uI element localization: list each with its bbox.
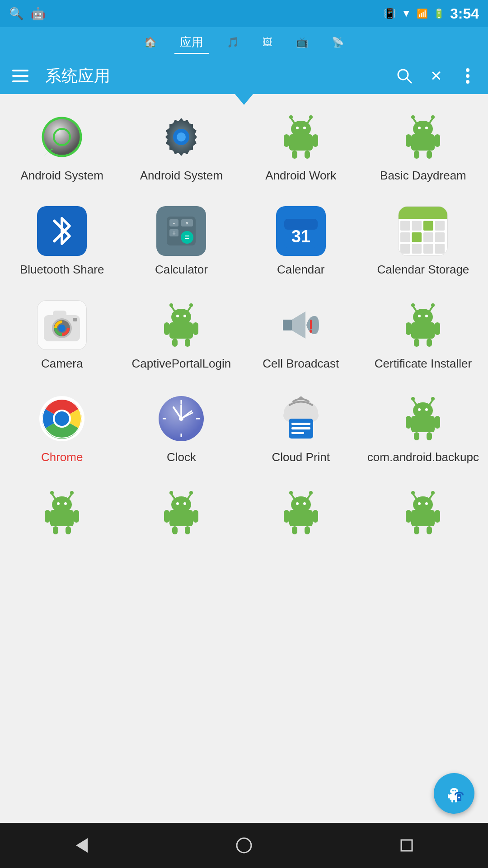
svg-rect-165 xyxy=(284,510,289,523)
app-partial-2[interactable] xyxy=(124,479,239,553)
app-partial-4[interactable] xyxy=(363,479,483,553)
app-clock[interactable]: Clock xyxy=(124,385,239,474)
svg-point-76 xyxy=(176,315,179,317)
svg-point-171 xyxy=(411,491,415,495)
app-icon-calendar-storage xyxy=(398,206,448,256)
svg-text:×: × xyxy=(186,220,189,226)
back-button[interactable] xyxy=(63,827,99,863)
signal-icon: 📶 xyxy=(417,8,428,19)
svg-point-8 xyxy=(43,118,81,156)
tab-video[interactable]: 📺 xyxy=(291,33,314,52)
tab-photo[interactable]: 🖼 xyxy=(257,33,278,52)
svg-point-139 xyxy=(64,502,67,505)
app-name-clock: Clock xyxy=(167,450,196,465)
svg-point-69 xyxy=(58,325,66,332)
svg-rect-21 xyxy=(313,134,318,147)
recents-button[interactable] xyxy=(389,827,425,863)
svg-point-138 xyxy=(57,502,60,505)
app-partial-1[interactable] xyxy=(5,479,119,553)
close-button[interactable]: ✕ xyxy=(425,65,447,87)
svg-rect-23 xyxy=(305,151,310,159)
menu-button[interactable] xyxy=(9,65,32,87)
svg-point-89 xyxy=(411,303,415,307)
app-captive-portal[interactable]: CaptivePortalLogin xyxy=(124,291,239,381)
app-calendar-storage[interactable]: Calendar Storage xyxy=(363,197,483,287)
svg-rect-156 xyxy=(185,526,190,534)
app-android-system-1[interactable]: Android System xyxy=(5,103,119,193)
app-grid: Android System Android System xyxy=(0,94,488,823)
app-basic-daydream[interactable]: Basic Daydream xyxy=(363,103,483,193)
app-cell-broadcast[interactable]: Cell Broadcast xyxy=(244,291,358,381)
svg-rect-117 xyxy=(291,423,310,425)
wifi-icon: ▼ xyxy=(401,8,411,19)
app-calculator[interactable]: - × + = Calculator xyxy=(124,197,239,287)
app-chrome[interactable]: Chrome xyxy=(5,385,119,474)
app-icon-basic-daydream xyxy=(398,112,448,162)
app-icon-partial-4 xyxy=(398,488,448,538)
app-name-calculator: Calculator xyxy=(155,262,208,278)
svg-marker-191 xyxy=(76,838,88,853)
svg-rect-31 xyxy=(411,134,435,151)
app-partial-3[interactable] xyxy=(244,479,358,553)
svg-rect-154 xyxy=(193,510,198,523)
svg-point-92 xyxy=(418,315,421,317)
svg-point-183 xyxy=(455,790,456,792)
svg-rect-141 xyxy=(45,510,50,523)
app-certificate-installer[interactable]: Certificate Installer xyxy=(363,291,483,381)
svg-point-124 xyxy=(431,397,435,401)
svg-rect-33 xyxy=(435,134,440,147)
home-button[interactable] xyxy=(226,827,262,863)
svg-rect-84 xyxy=(283,320,292,330)
svg-rect-143 xyxy=(53,526,58,534)
tab-music[interactable]: 🎵 xyxy=(221,33,244,52)
svg-rect-167 xyxy=(292,526,297,534)
app-camera[interactable]: Camera xyxy=(5,291,119,381)
svg-rect-131 xyxy=(414,432,419,440)
svg-rect-155 xyxy=(172,526,178,534)
app-icon-bluetooth-share xyxy=(37,206,87,256)
bottom-nav xyxy=(0,823,488,868)
tab-home[interactable]: 🏠 xyxy=(139,33,162,52)
svg-rect-79 xyxy=(164,322,169,335)
svg-rect-185 xyxy=(448,794,450,798)
tab-broadcast[interactable]: 📡 xyxy=(326,33,349,52)
app-android-work[interactable]: Android Work xyxy=(244,103,358,193)
tab-apps[interactable]: 应用 xyxy=(174,31,209,54)
svg-point-93 xyxy=(425,315,428,317)
more-button[interactable] xyxy=(456,65,479,87)
fab-button[interactable] xyxy=(434,773,474,814)
app-backup[interactable]: com.android.backupc xyxy=(363,385,483,474)
status-right: 📳 ▼ 📶 🔋 3:54 xyxy=(384,5,479,22)
svg-point-101 xyxy=(55,411,69,426)
svg-rect-61 xyxy=(435,244,445,254)
app-icon-calendar: 31 xyxy=(276,206,326,256)
app-icon-backup xyxy=(398,394,448,443)
app-name-backup: com.android.backupc xyxy=(367,450,479,465)
app-name-android-system-1: Android System xyxy=(20,168,103,184)
app-bar: 系统应用 ✕ xyxy=(0,58,488,94)
svg-rect-58 xyxy=(400,244,410,254)
svg-rect-20 xyxy=(284,134,289,147)
app-name-cell-broadcast: Cell Broadcast xyxy=(263,356,339,372)
app-calendar[interactable]: 31 Calendar xyxy=(244,197,358,287)
app-android-system-2[interactable]: Android System xyxy=(124,103,239,193)
svg-rect-34 xyxy=(414,151,419,159)
svg-rect-118 xyxy=(291,427,310,429)
svg-rect-0 xyxy=(12,70,28,71)
search-button[interactable] xyxy=(393,65,416,87)
app-cloud-print[interactable]: Cloud Print xyxy=(244,385,358,474)
svg-point-30 xyxy=(425,127,428,129)
svg-rect-82 xyxy=(185,339,190,347)
svg-rect-166 xyxy=(313,510,318,523)
battery-icon: 🔋 xyxy=(433,8,445,19)
svg-point-86 xyxy=(310,330,312,333)
app-icon-android-system-2 xyxy=(156,112,206,162)
app-name-calendar-storage: Calendar Storage xyxy=(377,262,469,278)
svg-point-90 xyxy=(431,303,435,307)
svg-rect-35 xyxy=(427,151,432,159)
app-bluetooth-share[interactable]: Bluetooth Share xyxy=(5,197,119,287)
svg-point-6 xyxy=(466,74,469,78)
svg-rect-188 xyxy=(455,800,457,802)
svg-text:-: - xyxy=(173,220,175,226)
svg-rect-80 xyxy=(193,322,198,335)
